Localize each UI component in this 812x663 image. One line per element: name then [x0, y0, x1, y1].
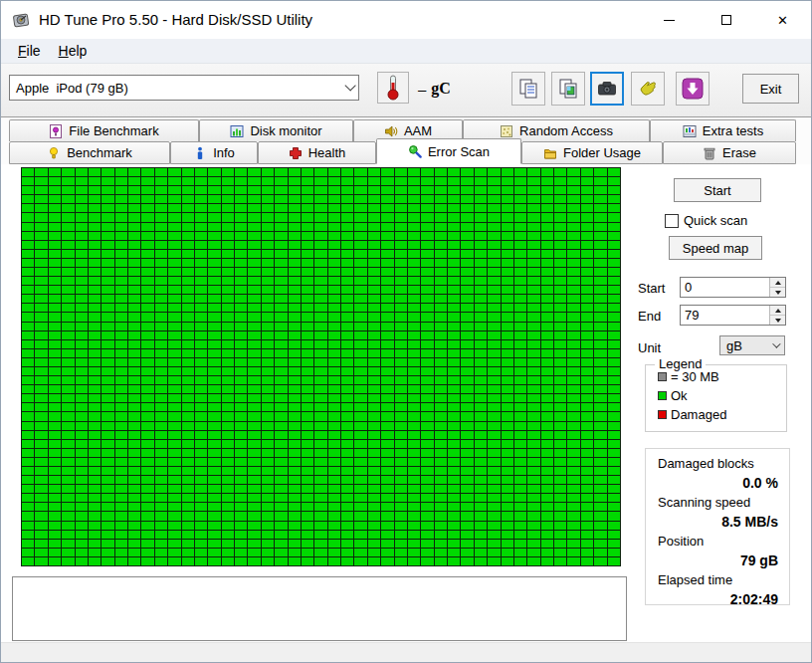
titlebar: HD Tune Pro 5.50 - Hard Disk/SSD Utility… — [1, 1, 811, 39]
scan-block — [302, 277, 313, 285]
scan-block — [488, 204, 500, 212]
tab-folder-usage[interactable]: Folder Usage — [521, 141, 663, 164]
scan-block — [328, 177, 340, 185]
scan-block — [115, 403, 127, 411]
scan-block — [22, 494, 34, 502]
tab-extra-tests[interactable]: Extra tests — [650, 119, 796, 141]
tab-disk-monitor[interactable]: Disk monitor — [199, 119, 353, 141]
scan-block — [76, 195, 88, 203]
scan-block — [448, 277, 460, 285]
end-field[interactable]: 79 — [680, 305, 786, 326]
scan-block — [461, 358, 473, 366]
scan-block — [554, 332, 566, 339]
tab-error-scan[interactable]: Error Scan — [376, 138, 521, 164]
device-select[interactable]: Apple iPod (79 gB) — [9, 75, 359, 101]
scan-block — [461, 277, 473, 285]
scan-block — [581, 403, 593, 411]
scan-block — [102, 522, 113, 530]
scan-block — [448, 422, 460, 430]
scan-block — [341, 549, 353, 556]
scan-block — [421, 168, 433, 176]
scan-block — [35, 540, 47, 548]
screenshot-button[interactable] — [590, 72, 624, 106]
tab-erase[interactable]: Erase — [663, 141, 796, 164]
unit-select[interactable]: gB — [719, 335, 785, 355]
maximize-button[interactable] — [698, 1, 754, 39]
scan-block — [115, 458, 127, 466]
speed-map-button[interactable]: Speed map — [669, 236, 762, 260]
scan-block — [368, 440, 380, 448]
tab-info[interactable]: Info — [170, 141, 258, 164]
scan-log-box[interactable] — [12, 576, 627, 641]
scan-block — [421, 403, 433, 411]
scan-block — [488, 467, 500, 475]
scan-block — [527, 540, 539, 548]
scan-block — [62, 449, 74, 457]
download-button[interactable] — [676, 72, 710, 106]
scan-block — [302, 403, 313, 411]
copy-image-button[interactable] — [551, 72, 585, 106]
scan-block — [408, 277, 420, 285]
scan-block — [195, 241, 207, 249]
scan-block — [222, 458, 234, 466]
scan-block — [289, 412, 301, 420]
menu-help[interactable]: Help — [50, 41, 97, 61]
scan-block — [128, 277, 140, 285]
start-field[interactable]: 0 — [680, 277, 786, 298]
scan-block — [341, 503, 353, 511]
scan-block — [368, 422, 380, 430]
scan-block — [35, 195, 47, 203]
scan-block — [554, 186, 566, 194]
spin-up-button[interactable] — [770, 278, 785, 287]
scan-block — [235, 323, 247, 331]
scan-block — [368, 412, 380, 420]
window-title: HD Tune Pro 5.50 - Hard Disk/SSD Utility — [39, 1, 312, 39]
menu-file[interactable]: File — [9, 41, 50, 61]
scan-block — [541, 268, 553, 276]
scan-block — [182, 394, 194, 402]
scan-block — [22, 313, 34, 321]
scan-block — [368, 403, 380, 411]
exit-button[interactable]: Exit — [742, 74, 799, 104]
tab-health[interactable]: Health — [258, 141, 376, 164]
quick-scan-checkbox[interactable] — [665, 214, 679, 228]
scan-block — [354, 204, 366, 212]
scan-block — [554, 340, 566, 348]
scan-block — [421, 232, 433, 240]
spin-down-button[interactable] — [770, 315, 785, 325]
scan-block — [581, 540, 593, 548]
spin-up-button[interactable] — [770, 306, 785, 315]
scan-block — [541, 250, 553, 258]
donate-button[interactable] — [631, 72, 665, 106]
scan-block — [289, 286, 301, 294]
scan-block — [341, 295, 353, 303]
scan-block — [328, 458, 340, 466]
scan-block — [514, 332, 526, 339]
scan-block — [381, 349, 393, 357]
close-button[interactable]: ✕ — [754, 1, 811, 39]
scan-block — [541, 295, 553, 303]
scan-block — [302, 268, 313, 276]
scan-block — [608, 422, 620, 430]
spin-down-button[interactable] — [770, 287, 785, 297]
scan-block — [168, 476, 180, 484]
copy-text-button[interactable] — [511, 72, 545, 106]
scan-block — [541, 458, 553, 466]
scan-block — [141, 313, 153, 321]
start-button[interactable]: Start — [674, 178, 761, 202]
scan-block — [314, 494, 326, 502]
tab-benchmark[interactable]: Benchmark — [9, 141, 170, 164]
scan-block — [368, 286, 380, 294]
scan-block — [354, 394, 366, 402]
scan-block — [395, 557, 407, 565]
temperature-button[interactable] — [377, 72, 409, 104]
app-icon — [12, 11, 30, 29]
scan-block — [448, 250, 460, 258]
scan-block — [502, 223, 513, 231]
scan-block — [182, 376, 194, 384]
tab-file-benchmark[interactable]: File Benchmark — [9, 119, 199, 141]
scan-block — [594, 467, 606, 475]
minimize-button[interactable] — [641, 1, 698, 39]
scan-block — [368, 313, 380, 321]
scan-block — [408, 268, 420, 276]
